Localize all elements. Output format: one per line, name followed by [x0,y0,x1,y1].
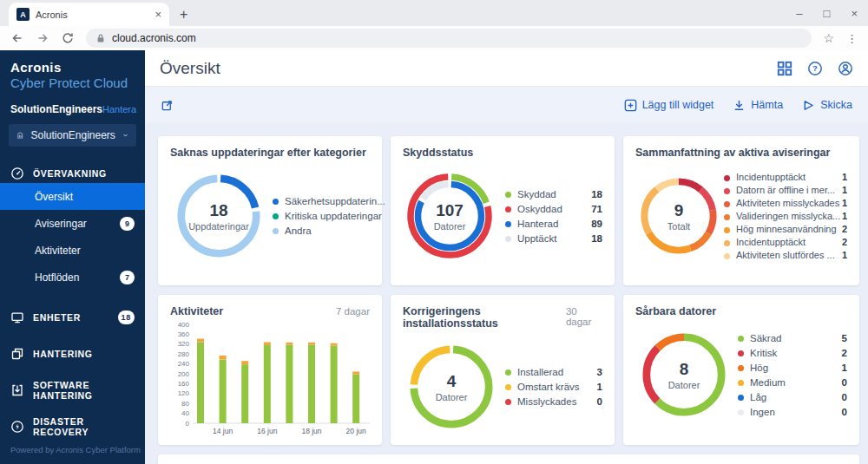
manage-link[interactable]: Hantera [102,104,136,114]
legend-item: Ingen0 [738,404,847,419]
legend-dot-icon [724,201,730,207]
chart-legend: Skyddad18Oskyddad71Hanterad89Upptäckt18 [505,186,602,245]
legend-value: 2 [819,345,847,360]
legend-dot-icon [505,192,511,198]
legend-value: 1 [585,380,602,395]
svg-text:14 jun: 14 jun [213,427,233,435]
donut-value: 107 [436,201,464,220]
chart-legend: Installerad3Omstart krävs1Misslyckades0 [505,365,602,409]
legend-label: Andra [285,225,312,236]
layers-icon [10,347,24,361]
sidebar-item-label: ÖVERVAKNING [33,168,107,179]
popout-icon[interactable] [161,99,174,112]
donut-label: Datorer [668,380,700,390]
legend-value: 1 [819,360,847,375]
donut-label: Datorer [436,392,468,402]
legend-label: Säkerhetsuppdaterin... [285,196,385,206]
widget-activities: Aktiviteter 7 dagar 04080120160200240280… [158,295,382,445]
reload-icon[interactable] [61,31,75,45]
legend-label: Kritisk [750,348,777,358]
gauge-icon [10,167,24,180]
legend-dot-icon [738,350,744,356]
sidebar-nav: ÖVERVAKNING Översikt Aviseringar 9 Aktiv… [0,164,145,436]
donut-center: 107 Datorer [406,173,493,259]
download-label: Hämta [751,99,783,111]
account-icon[interactable] [838,61,853,76]
legend-dot-icon [724,214,730,220]
lightning-circle-icon [10,420,24,434]
download-icon [733,99,746,112]
forward-icon[interactable] [36,31,49,45]
widget-protection-status: Skyddsstatus 107 Datorer Skyddad18Oskydd… [391,136,615,285]
chart-legend: Säkerhetsuppdaterin...4Kritiska uppdater… [273,194,407,239]
widget-active-alerts: Sammanfattning av aktiva aviseringar 9 T… [623,136,859,285]
legend-dot-icon [505,236,511,242]
donut-value: 8 [680,360,689,379]
widget-title: Korrigeringens installationsstatus [403,305,566,330]
missing-updates-donut: 18 Uppdateringar [177,174,260,258]
legend-label: Installerad [517,367,563,377]
sidebar-item-hotfloden[interactable]: Hotflöden 7 [0,264,145,291]
widget-period: 7 dagar [336,306,370,317]
apps-grid-icon[interactable] [777,61,792,76]
legend-dot-icon [738,380,744,386]
window-maximize-button[interactable]: □ [824,7,831,20]
legend-value: 2 [842,236,847,249]
legend-item: Misslyckades0 [505,395,602,409]
count-badge: 18 [118,310,135,324]
browser-tab[interactable]: A Acronis × [9,3,169,26]
legend-item: Kritisk2 [738,345,847,360]
donut-label: Totalt [667,221,690,232]
legend-item: Kritiska uppdateringar0 [273,209,407,224]
new-tab-button[interactable]: + [180,8,187,22]
legend-item: Datorn är offline i mer...1 [724,184,847,197]
legend-value: 0 [819,375,847,389]
sidebar-item-enheter[interactable]: ENHETER 18 [0,308,145,327]
sidebar-item-hantering[interactable]: HANTERING [0,344,145,363]
window-close-button[interactable]: × [851,7,858,20]
sidebar-item-overvakning[interactable]: ÖVERVAKNING [0,164,145,183]
svg-text:20 jun: 20 jun [346,427,366,435]
legend-value: 18 [575,186,602,201]
widget-vulnerable-machines: Sårbara datorer 8 Datorer Säkrad5Kritisk… [623,295,859,445]
legend-item: Aktiviteten slutfördes ...1 [724,249,847,262]
widget-period: 30 dagar [566,306,602,327]
legend-label: Låg [750,392,766,402]
sidebar-item-disaster-recovery[interactable]: DISASTER RECOVERY [0,417,145,436]
widget-title: Sammanfattning av aktiva aviseringar [635,147,830,159]
sidebar-item-label: Aviseringar [35,218,87,230]
legend-dot-icon [724,227,730,233]
legend-value: 18 [575,231,602,245]
legend-label: Oskyddad [517,204,562,214]
sidebar-item-label: HANTERING [33,349,93,359]
sidebar-item-oversikt[interactable]: Översikt [0,183,145,210]
legend-label: Säkrad [750,333,781,343]
legend-dot-icon [738,395,744,401]
legend-label: Aktiviteten slutfördes ... [736,250,835,260]
download-button[interactable]: Hämta [733,99,783,112]
back-icon[interactable] [10,31,24,45]
bookmark-star-icon[interactable]: ☆ [823,31,834,45]
legend-item: Hög minnesanvändning2 [724,223,847,236]
org-selector[interactable]: SolutionEngineers [9,124,136,147]
legend-label: Incidentupptäckt [736,237,806,247]
sidebar-item-aviseringar[interactable]: Aviseringar 9 [0,210,145,237]
browser-menu-icon[interactable]: ⋮ [846,32,858,45]
help-icon[interactable]: ? [807,61,823,76]
legend-value: 1 [842,210,847,223]
chevron-down-icon [122,129,129,141]
add-widget-button[interactable]: Lägg till widget [624,99,714,112]
tab-close-icon[interactable]: × [155,9,161,20]
sidebar-item-label: Hotflöden [35,271,79,284]
legend-dot-icon [724,253,730,259]
favicon: A [16,8,30,21]
send-button[interactable]: Skicka [802,99,852,112]
window-minimize-button[interactable]: – [796,7,802,20]
bar-chart-svg: 0408012016020024028032036040014 jun16 ju… [170,319,370,435]
sidebar-item-aktiviteter[interactable]: Aktiviteter [0,237,145,264]
legend-label: Incidentupptäckt [736,172,806,182]
browser-addressbar: cloud.acronis.com ☆ ⋮ [0,26,868,50]
sidebar: Acronis Cyber Protect Cloud SolutionEngi… [0,50,145,464]
sidebar-item-software-hantering[interactable]: SOFTWARE HANTERING [0,381,145,400]
url-bar[interactable]: cloud.acronis.com [86,29,812,48]
